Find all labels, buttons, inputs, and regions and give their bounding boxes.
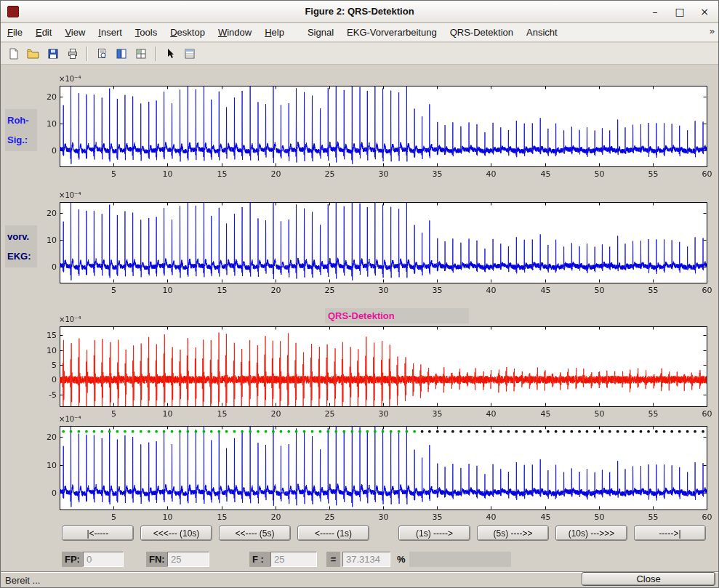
fp-field[interactable]	[83, 552, 124, 567]
filtered-signal-plot	[37, 308, 715, 423]
nav-forward-1s-button[interactable]: (1s) ----->	[398, 525, 470, 541]
f-field[interactable]	[270, 552, 317, 567]
menu-window[interactable]: Window	[212, 24, 258, 41]
close-button[interactable]: Close	[582, 572, 715, 586]
menu-qrs-detektion[interactable]: QRS-Detektion	[443, 24, 520, 41]
maximize-button[interactable]: □	[670, 4, 689, 20]
toolbar-separator	[155, 47, 156, 61]
menu-desktop[interactable]: Desktop	[164, 24, 212, 41]
nav-jump-end-button[interactable]: ----->|	[634, 525, 706, 541]
open-folder-icon[interactable]	[24, 45, 42, 63]
raw-signal-label-line1: Roh-	[7, 110, 35, 130]
menu-ansicht[interactable]: Ansicht	[520, 24, 564, 41]
save-icon[interactable]	[44, 45, 62, 63]
nav-forward-10s-button[interactable]: (10s) --->>>	[555, 525, 627, 541]
menu-overflow-icon[interactable]: »	[710, 25, 715, 36]
print-icon[interactable]	[63, 45, 81, 63]
plot-browser-icon[interactable]	[132, 45, 150, 63]
pointer-icon[interactable]	[161, 45, 179, 63]
preprocessed-signal-label-line2: EKG:	[7, 246, 35, 266]
figure-palette-icon[interactable]	[112, 45, 130, 63]
new-file-icon[interactable]	[4, 45, 23, 63]
raw-signal-label: Roh- Sig.:	[5, 109, 37, 151]
equals-label: =	[326, 552, 340, 567]
property-editor-icon[interactable]	[180, 45, 198, 63]
navigation-row: |<----- <<<--- (10s) <<---- (5s) <----- …	[62, 525, 713, 541]
nav-forward-5s-button[interactable]: (5s) ---->>	[477, 525, 549, 541]
detection-plot	[37, 408, 715, 523]
preprocessed-signal-plot	[37, 185, 715, 299]
fn-field[interactable]	[167, 552, 209, 567]
menu-ekg-vorverarbeitung[interactable]: EKG-Vorverarbeitung	[340, 24, 443, 41]
menu-view[interactable]: View	[58, 24, 92, 41]
nav-jump-start-button[interactable]: |<-----	[62, 525, 134, 541]
percent-label: %	[397, 552, 406, 567]
fn-label: FN:	[146, 552, 167, 567]
figure-window: Figure 2: QRS-Detektion – □ × File Edit …	[0, 0, 719, 588]
result-field[interactable]	[342, 552, 390, 567]
menu-insert[interactable]: Insert	[92, 24, 129, 41]
close-window-button[interactable]: ×	[695, 4, 714, 20]
menu-help[interactable]: Help	[258, 24, 291, 41]
status-text: Bereit ...	[5, 575, 40, 586]
raw-signal-label-line2: Sig.:	[7, 130, 35, 150]
menu-signal[interactable]: Signal	[301, 24, 340, 41]
preprocessed-signal-label: vorv. EKG:	[5, 225, 37, 267]
minimize-button[interactable]: –	[646, 4, 664, 20]
raw-signal-plot	[37, 68, 715, 183]
menu-edit[interactable]: Edit	[29, 24, 58, 41]
menu-tools[interactable]: Tools	[129, 24, 164, 41]
toolbar-separator	[87, 47, 87, 61]
nav-back-1s-button[interactable]: <----- (1s)	[297, 525, 369, 541]
fp-label: FP:	[62, 552, 83, 567]
window-title: Figure 2: QRS-Detektion	[1, 6, 718, 17]
toolbar	[1, 43, 718, 65]
menu-bar: File Edit View Insert Tools Desktop Wind…	[1, 23, 718, 42]
menu-file[interactable]: File	[1, 24, 29, 41]
result-spacer-panel	[409, 552, 511, 567]
title-bar[interactable]: Figure 2: QRS-Detektion – □ ×	[1, 1, 718, 23]
print-preview-icon[interactable]	[92, 45, 111, 63]
f-label: F :	[249, 552, 270, 567]
nav-back-10s-button[interactable]: <<<--- (10s)	[140, 525, 212, 541]
preprocessed-signal-label-line1: vorv.	[7, 227, 35, 246]
nav-back-5s-button[interactable]: <<---- (5s)	[219, 525, 291, 541]
